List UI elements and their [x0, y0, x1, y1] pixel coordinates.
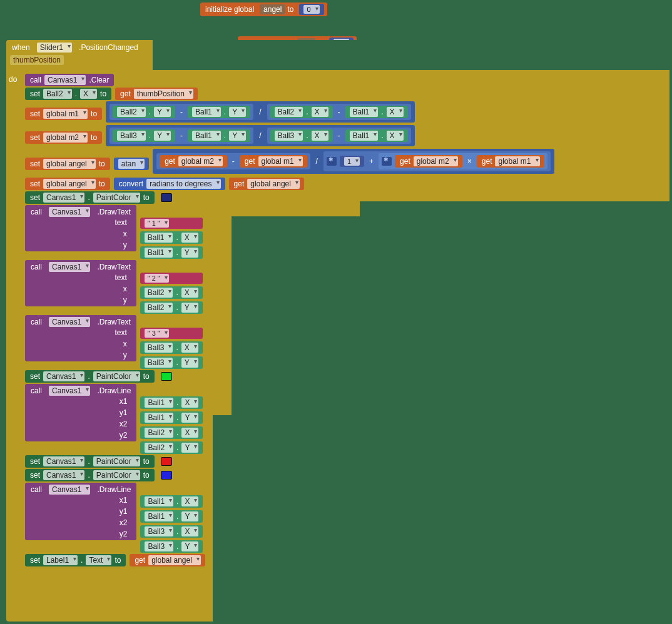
minus-block[interactable]: Ball2.X - Ball1.X	[267, 104, 411, 120]
set-global-angel-convert[interactable]: set global angel to	[25, 178, 110, 190]
ball2-y-getter[interactable]: Ball2.Y	[113, 106, 175, 118]
ball2-x-getter[interactable]: Ball2.X	[270, 106, 333, 118]
ball2-x-getter[interactable]: Ball2.X	[140, 286, 203, 299]
comp-dd[interactable]: Ball2	[275, 107, 303, 117]
color-swatch[interactable]	[161, 193, 172, 202]
prop-dd[interactable]: Y	[229, 107, 246, 117]
comp-dd[interactable]: Ball1	[350, 131, 379, 141]
slider-dropdown[interactable]: Slider1	[37, 43, 72, 53]
call-drawtext-2[interactable]: call Canvas1 .DrawText text x y	[25, 260, 136, 306]
var-dropdown[interactable]: global angel	[43, 179, 96, 189]
text-literal-2[interactable]: " 2 "	[140, 273, 203, 284]
set-global-m2[interactable]: set global m2 to	[25, 131, 102, 144]
prop-dd[interactable]: Y	[154, 131, 171, 141]
call-drawline-2[interactable]: call Canvas1 .DrawLine x1 y1 x2 y2	[25, 483, 136, 540]
call-canvas-clear[interactable]: call Canvas1 .Clear	[25, 74, 114, 86]
ball1-y-getter[interactable]: Ball1.Y	[188, 106, 250, 118]
text-literal-3[interactable]: " 3 "	[140, 328, 203, 339]
prop-dd[interactable]: Y	[229, 131, 246, 141]
comp-dd[interactable]: Ball2	[117, 107, 146, 117]
var-dropdown[interactable]: global angel	[43, 159, 96, 169]
prop-dd[interactable]: X	[312, 107, 328, 117]
comp-dd[interactable]: Ball1	[192, 107, 221, 117]
get-m2[interactable]: getglobal m2	[160, 155, 227, 168]
number-one[interactable]: 1	[340, 156, 364, 167]
ball1-x-getter[interactable]: Ball1.X	[345, 106, 408, 118]
prop-dd[interactable]: X	[312, 131, 328, 141]
get-m2[interactable]: getglobal m2	[395, 155, 462, 168]
ball3-y-getter[interactable]: Ball3.Y	[140, 356, 203, 369]
minus-block[interactable]: getglobal m2 - getglobal m1	[156, 153, 310, 169]
ball1-y-getter[interactable]: Ball1.Y	[188, 129, 250, 142]
ball1-y-getter[interactable]: Ball1.Y	[140, 411, 203, 424]
set-ball2-x[interactable]: set Ball2 . X to	[25, 88, 111, 100]
comp-dd[interactable]: Ball3	[117, 131, 146, 141]
get-thumbposition[interactable]: get thumbPosition	[115, 88, 198, 100]
ball1-x-getter[interactable]: Ball1.X	[345, 129, 408, 142]
init-global-angel[interactable]: initialize global angel to 0	[200, 3, 327, 16]
comp-dd[interactable]: Ball1	[350, 107, 379, 117]
var-dropdown[interactable]: global angel	[247, 179, 300, 189]
ball1-y-getter[interactable]: Ball1.Y	[140, 510, 203, 523]
gear-icon[interactable]	[327, 157, 337, 166]
gear-icon[interactable]	[382, 157, 392, 166]
ball3-x-getter[interactable]: Ball3.X	[140, 341, 203, 354]
set-paintcolor-green[interactable]: set Canvas1. PaintColor to	[25, 370, 155, 383]
minus-block[interactable]: Ball3.Y - Ball1.Y	[109, 128, 253, 144]
set-paintcolor-navy[interactable]: set Canvas1. PaintColor to	[25, 191, 155, 204]
ball1-y-getter[interactable]: Ball1.Y	[140, 246, 203, 259]
ball3-x-getter[interactable]: Ball3.X	[270, 129, 333, 142]
call-drawtext-1[interactable]: call Canvas1 .DrawText text x y	[25, 205, 136, 251]
comp-dd[interactable]: Ball1	[192, 131, 221, 141]
prop-dropdown[interactable]: X	[80, 89, 97, 99]
number-block[interactable]: 0	[299, 4, 323, 15]
get-m1[interactable]: getglobal m1	[477, 155, 544, 168]
convert-mode-dropdown[interactable]: radians to degrees	[146, 179, 220, 189]
set-paintcolor-blue[interactable]: set Canvas1. PaintColor to	[25, 469, 155, 481]
color-swatch[interactable]	[161, 471, 172, 480]
minus-block[interactable]: Ball2.Y - Ball1.Y	[109, 104, 253, 120]
get-global-angel[interactable]: get global angel	[229, 178, 304, 190]
ball2-y-getter[interactable]: Ball2.Y	[140, 441, 203, 454]
ball1-x-getter[interactable]: Ball1.X	[140, 231, 203, 244]
var-dropdown[interactable]: global m1	[43, 109, 88, 119]
when-slider-positionchanged[interactable]: when Slider1 .PositionChanged thumbPosit…	[6, 40, 669, 621]
atan-block[interactable]: atan	[114, 158, 149, 170]
minus-block[interactable]: Ball3.X - Ball1.X	[267, 128, 411, 144]
divide-block-m2[interactable]: Ball3.Y - Ball1.Y / Ball3.X - Ball1.X	[106, 125, 415, 146]
canvas-dropdown[interactable]: Canvas1	[44, 75, 86, 85]
set-label1-text[interactable]: set Label1. Text to	[25, 554, 126, 566]
get-global-angel[interactable]: get global angel	[130, 554, 205, 566]
ball3-y-getter[interactable]: Ball3.Y	[113, 129, 175, 142]
set-global-angel-atan[interactable]: set global angel to	[25, 158, 110, 170]
comp-dropdown[interactable]: Ball2	[43, 89, 72, 99]
divide-block-angel[interactable]: getglobal m2 - getglobal m1 / 1 + getglo…	[153, 149, 554, 174]
get-m1[interactable]: getglobal m1	[240, 155, 307, 168]
var-dropdown[interactable]: global m2	[43, 133, 88, 143]
call-drawtext-3[interactable]: call Canvas1 .DrawText text x y	[25, 315, 136, 361]
convert-block[interactable]: convert radians to degrees	[114, 178, 225, 190]
prop-dd[interactable]: X	[387, 107, 404, 117]
set-global-m1[interactable]: set global m1 to	[25, 108, 102, 120]
prop-dd[interactable]: X	[387, 131, 404, 141]
var-dropdown[interactable]: thumbPosition	[134, 89, 193, 99]
to-label: to	[98, 89, 108, 98]
ball2-x-getter[interactable]: Ball2.X	[140, 426, 203, 439]
divide-block-m1[interactable]: Ball2.Y - Ball1.Y / Ball2.X - Ball1.X	[106, 101, 415, 123]
text-literal-1[interactable]: " 1 "	[140, 218, 203, 229]
ball1-x-getter[interactable]: Ball1.X	[140, 495, 203, 508]
prop-dd[interactable]: Y	[154, 107, 171, 117]
times-block[interactable]: getglobal m2 × getglobal m1	[379, 153, 547, 169]
plus-block[interactable]: 1 + getglobal m2 × getglobal m1	[323, 151, 551, 171]
ball2-y-getter[interactable]: Ball2.Y	[140, 301, 203, 314]
color-swatch[interactable]	[161, 372, 172, 381]
ball3-y-getter[interactable]: Ball3.Y	[140, 540, 203, 553]
comp-dd[interactable]: Ball3	[275, 131, 303, 141]
color-swatch[interactable]	[161, 457, 172, 466]
ball3-x-getter[interactable]: Ball3.X	[140, 525, 203, 538]
arg-text: text	[113, 218, 128, 227]
atan-dropdown[interactable]: atan	[118, 159, 145, 169]
set-paintcolor-red[interactable]: set Canvas1. PaintColor to	[25, 455, 155, 468]
ball1-x-getter[interactable]: Ball1.X	[140, 396, 203, 409]
call-drawline-1[interactable]: call Canvas1 .DrawLine x1 y1 x2 y2	[25, 384, 136, 441]
